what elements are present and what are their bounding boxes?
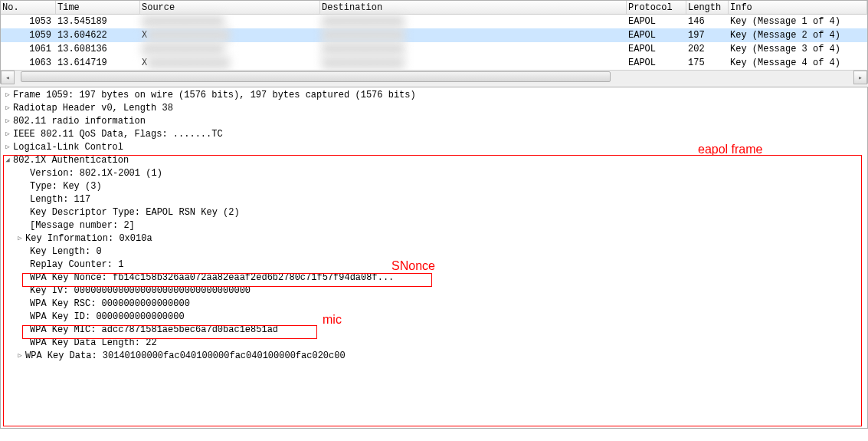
cell-time: 13.545189: [56, 15, 140, 28]
field-wpa-key-data[interactable]: ▷WPA Key Data: 30140100000fac040100000fa…: [1, 350, 867, 363]
expand-icon[interactable]: ▷: [16, 232, 24, 245]
cell-info: Key (Message 4 of 4): [729, 56, 867, 70]
packet-row[interactable]: 105913.604622Xxxxxxxxxxxxxxxxxxxxxxxxxxx…: [1, 28, 867, 42]
cell-dst: xxxxxxxxxxxxxxx: [320, 42, 627, 56]
cell-src: xxxxxxxxxxxxxxx: [140, 42, 320, 56]
field-key-descriptor[interactable]: Key Descriptor Type: EAPOL RSN Key (2): [1, 206, 867, 219]
scroll-right-button[interactable]: ▸: [853, 71, 867, 84]
cell-len: 197: [686, 28, 729, 42]
cell-no: 1061: [1, 42, 56, 56]
field-key-iv[interactable]: Key IV: 00000000000000000000000000000000: [1, 285, 867, 298]
scroll-thumb[interactable]: [21, 71, 611, 82]
expand-icon[interactable]: ▷: [4, 102, 11, 115]
cell-info: Key (Message 1 of 4): [729, 15, 867, 28]
packet-list-pane: No. Time Source Destination Protocol Len…: [0, 0, 868, 84]
packet-row[interactable]: 106113.608136xxxxxxxxxxxxxxxxxxxxxxxxxxx…: [1, 42, 867, 56]
field-length[interactable]: Length: 117: [1, 193, 867, 206]
tree-80211-radio[interactable]: ▷802.11 radio information: [1, 115, 867, 128]
col-header-no[interactable]: No.: [1, 1, 56, 14]
collapse-icon[interactable]: ◢: [4, 154, 11, 167]
cell-dst: xxxxxxxxxxxxxxx: [320, 15, 627, 28]
horizontal-scrollbar[interactable]: ◂ ▸: [1, 70, 867, 84]
tree-radiotap[interactable]: ▷Radiotap Header v0, Length 38: [1, 102, 867, 115]
field-wpa-key-id[interactable]: WPA Key ID: 0000000000000000: [1, 311, 867, 324]
cell-dst: xxxxxxxxxxxxxxx: [320, 28, 627, 42]
field-wpa-key-rsc[interactable]: WPA Key RSC: 0000000000000000: [1, 298, 867, 311]
expand-icon[interactable]: ▷: [16, 350, 24, 363]
cell-info: Key (Message 3 of 4): [729, 42, 867, 56]
field-key-length[interactable]: Key Length: 0: [1, 245, 867, 258]
cell-proto: EAPOL: [627, 28, 686, 42]
cell-no: 1063: [1, 56, 56, 70]
field-wpa-key-nonce[interactable]: WPA Key Nonce: fb14c158b326aa072aa82eaaf…: [1, 272, 867, 285]
field-wpa-key-data-length[interactable]: WPA Key Data Length: 22: [1, 337, 867, 350]
cell-len: 146: [686, 15, 729, 28]
col-header-length[interactable]: Length: [686, 1, 729, 14]
scroll-left-button[interactable]: ◂: [1, 71, 15, 84]
expand-icon[interactable]: ▷: [4, 128, 11, 141]
packet-detail-pane: ▷Frame 1059: 197 bytes on wire (1576 bit…: [0, 87, 868, 429]
tree-frame[interactable]: ▷Frame 1059: 197 bytes on wire (1576 bit…: [1, 89, 867, 102]
cell-proto: EAPOL: [627, 56, 686, 70]
cell-len: 175: [686, 56, 729, 70]
field-version[interactable]: Version: 802.1X-2001 (1): [1, 167, 867, 180]
cell-time: 13.604622: [56, 28, 140, 42]
packet-row[interactable]: 105313.545189xxxxxxxxxxxxxxxxxxxxxxxxxxx…: [1, 15, 867, 28]
cell-time: 13.614719: [56, 56, 140, 70]
cell-proto: EAPOL: [627, 15, 686, 28]
cell-dst: xxxxxxxxxxxxxxx: [320, 56, 627, 70]
cell-src: Xxxxxxxxxxxxxxxx: [140, 56, 320, 70]
expand-icon[interactable]: ▷: [4, 89, 11, 102]
expand-icon[interactable]: ▷: [4, 115, 11, 128]
tree-8021x-auth[interactable]: ◢802.1X Authentication: [1, 154, 867, 167]
col-header-protocol[interactable]: Protocol: [627, 1, 686, 14]
field-type[interactable]: Type: Key (3): [1, 180, 867, 193]
col-header-info[interactable]: Info: [729, 1, 867, 14]
expand-icon[interactable]: ▷: [4, 141, 11, 154]
packet-row[interactable]: 106313.614719Xxxxxxxxxxxxxxxxxxxxxxxxxxx…: [1, 56, 867, 70]
field-key-info[interactable]: ▷Key Information: 0x010a: [1, 232, 867, 245]
field-replay-counter[interactable]: Replay Counter: 1: [1, 258, 867, 272]
packet-list-header: No. Time Source Destination Protocol Len…: [1, 1, 867, 15]
col-header-destination[interactable]: Destination: [320, 1, 627, 14]
field-message-number[interactable]: [Message number: 2]: [1, 219, 867, 232]
tree-llc[interactable]: ▷Logical-Link Control: [1, 141, 867, 154]
cell-info: Key (Message 2 of 4): [729, 28, 867, 42]
cell-proto: EAPOL: [627, 42, 686, 56]
cell-src: xxxxxxxxxxxxxxx: [140, 15, 320, 28]
cell-time: 13.608136: [56, 42, 140, 56]
col-header-source[interactable]: Source: [140, 1, 320, 14]
cell-src: Xxxxxxxxxxxxxxxx: [140, 28, 320, 42]
cell-len: 202: [686, 42, 729, 56]
col-header-time[interactable]: Time: [56, 1, 140, 14]
tree-ieee80211[interactable]: ▷IEEE 802.11 QoS Data, Flags: .......TC: [1, 128, 867, 141]
cell-no: 1053: [1, 15, 56, 28]
field-wpa-key-mic[interactable]: WPA Key MIC: adcc7871581ae5bec6a7d0bac1e…: [1, 324, 867, 337]
cell-no: 1059: [1, 28, 56, 42]
